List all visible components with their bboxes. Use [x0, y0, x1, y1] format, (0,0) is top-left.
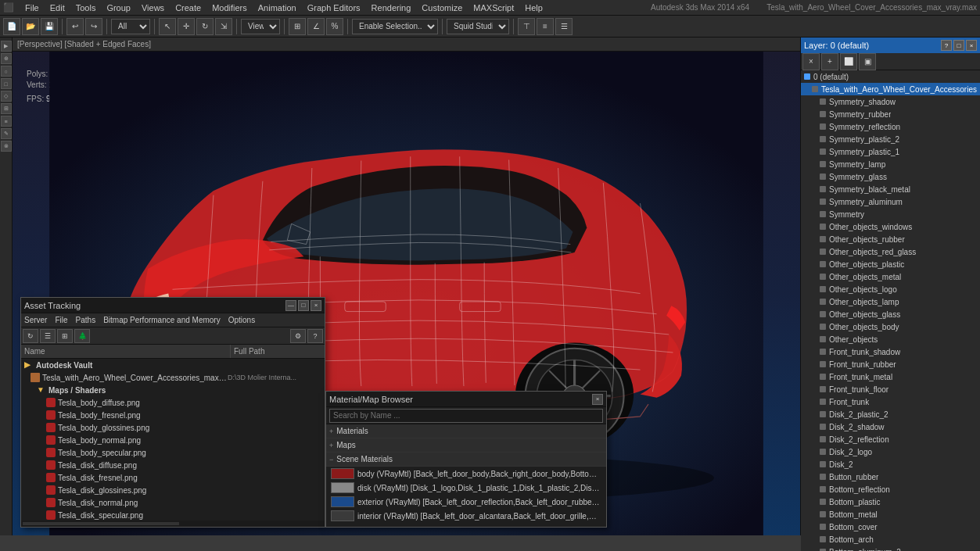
left-tool-2[interactable]: ⊕: [1, 53, 12, 64]
menu-grapheditors[interactable]: Graph Editors: [307, 3, 361, 13]
asset-maximize-btn[interactable]: □: [298, 300, 309, 311]
open-btn[interactable]: 📂: [22, 18, 39, 35]
list-item[interactable]: Tesla_body_specular.png: [21, 446, 325, 459]
scene-states-dropdown[interactable]: Squid Studio V: [447, 19, 509, 34]
layer-item-bot_cover[interactable]: Bottom_cover: [801, 521, 980, 533]
asset-refresh-btn[interactable]: ↻: [23, 329, 38, 343]
layers-delete-btn[interactable]: ×: [802, 53, 820, 70]
layer-item-sym_blackmetal[interactable]: Symmetry_black_metal: [801, 183, 980, 195]
layer-item-oo_rubber[interactable]: Other_objects_rubber: [801, 233, 980, 245]
layer-item-root[interactable]: Tesla_with_Aero_Wheel_Cover_Accessories: [801, 83, 980, 95]
viewport-canvas[interactable]: Polys: 268 767 Verts: 150 682 FPS: 99.62…: [13, 52, 800, 535]
layer-item-oo_metal[interactable]: Other_objects_metal: [801, 270, 980, 283]
menu-help[interactable]: Help: [525, 3, 543, 13]
layer-item-ft_shadow[interactable]: Front_trunk_shadow: [801, 345, 980, 358]
mat-close-btn[interactable]: ×: [592, 394, 603, 405]
layer-item-oo_other[interactable]: Other_objects: [801, 333, 980, 345]
layer-item-oo_logo[interactable]: Other_objects_logo: [801, 283, 980, 295]
viewport[interactable]: [Perspective] [Shaded + Edged Faces] Pol…: [13, 38, 800, 535]
asset-settings-btn[interactable]: ⚙: [290, 329, 306, 343]
menu-edit[interactable]: Edit: [50, 3, 65, 13]
list-item[interactable]: ▼ Maps / Shaders: [21, 384, 325, 396]
layers-list[interactable]: 0 (default)Tesla_with_Aero_Wheel_Cover_A…: [801, 70, 980, 551]
mat-section-materials[interactable]: + Materials: [326, 424, 606, 438]
material-search-input[interactable]: [329, 409, 603, 423]
asset-menu-paths[interactable]: Paths: [76, 316, 96, 324]
layer-item-bot_reflection[interactable]: Bottom_reflection: [801, 483, 980, 496]
layer-item-ft[interactable]: Front_trunk: [801, 395, 980, 408]
menu-maxscript[interactable]: MAXScript: [473, 3, 514, 13]
material-item-disk[interactable]: disk (VRayMtl) [Disk_1_logo,Disk_1_plast…: [326, 481, 606, 495]
layers-view-btn[interactable]: ⬜: [840, 53, 857, 70]
list-item[interactable]: Tesla_body_normal.png: [21, 434, 325, 446]
menu-tools[interactable]: Tools: [76, 3, 96, 13]
layer-item-oo_lamp[interactable]: Other_objects_lamp: [801, 295, 980, 308]
layer-item-d2[interactable]: Disk_2: [801, 458, 980, 470]
menu-customize[interactable]: Customize: [422, 3, 462, 13]
material-item-exterior[interactable]: exterior (VRayMtl) [Back_left_door_refle…: [326, 495, 606, 509]
layer-item-oo_glass[interactable]: Other_objects_glass: [801, 308, 980, 320]
asset-menu-file[interactable]: File: [55, 316, 67, 324]
left-tool-3[interactable]: ○: [1, 66, 12, 77]
left-tool-9[interactable]: ⊗: [1, 141, 12, 152]
scale-btn[interactable]: ⇲: [215, 18, 232, 35]
asset-list-view-btn[interactable]: ☰: [40, 329, 56, 343]
left-tool-7[interactable]: ≡: [1, 116, 12, 127]
layer-item-sym_reflection[interactable]: Symmetry_reflection: [801, 120, 980, 133]
list-item[interactable]: Tesla_disk_glossines.png: [21, 484, 325, 496]
list-item[interactable]: Tesla_with_Aero_Wheel_Cower_Accessories_…: [21, 371, 325, 384]
asset-close-btn[interactable]: ×: [311, 300, 321, 311]
new-btn[interactable]: 📄: [3, 18, 20, 35]
layer-item-bot_metal[interactable]: Bottom_metal: [801, 508, 980, 521]
menu-views[interactable]: Views: [142, 3, 164, 13]
layer-item-ft_rubber[interactable]: Front_trunk_rubber: [801, 358, 980, 370]
layer-item-oo_windows[interactable]: Other_objects_windows: [801, 220, 980, 233]
list-item[interactable]: Tesla_disk_fresnel.png: [21, 471, 325, 484]
list-item[interactable]: Tesla_body_diffuse.png: [21, 396, 325, 409]
list-item[interactable]: ▶ Autodesk Vault: [21, 359, 325, 371]
menu-create[interactable]: Create: [175, 3, 201, 13]
list-item[interactable]: Tesla_disk_normal.png: [21, 496, 325, 509]
menu-modifiers[interactable]: Modifiers: [212, 3, 247, 13]
layer-item-bot_plastic[interactable]: Bottom_plastic: [801, 496, 980, 508]
move-btn[interactable]: ✛: [178, 18, 195, 35]
menu-rendering[interactable]: Rendering: [372, 3, 411, 13]
layer-item-default[interactable]: 0 (default): [801, 70, 980, 83]
angle-snap[interactable]: ∠: [307, 18, 325, 35]
layer-item-sym_aluminum[interactable]: Symmetry_aluminum: [801, 195, 980, 208]
list-item[interactable]: Tesla_body_glossines.png: [21, 421, 325, 434]
menu-animation[interactable]: Animation: [258, 3, 296, 13]
layer-item-sym_shadow[interactable]: Symmetry_shadow: [801, 95, 980, 108]
layer-manager-btn[interactable]: ☰: [555, 18, 573, 35]
menu-file[interactable]: File: [25, 3, 39, 13]
asset-icons-view-btn[interactable]: ⊞: [57, 329, 73, 343]
undo-btn[interactable]: ↩: [66, 18, 84, 35]
layer-item-oo_redglass[interactable]: Other_objects_red_glass: [801, 245, 980, 258]
asset-menu-options[interactable]: Options: [228, 316, 255, 324]
layer-item-sym_glass[interactable]: Symmetry_glass: [801, 170, 980, 183]
layer-item-ft_floor[interactable]: Front_trunk_floor: [801, 383, 980, 395]
pct-snap[interactable]: %: [326, 18, 343, 35]
layers-maximize-btn[interactable]: □: [953, 40, 964, 51]
left-tool-8[interactable]: ✎: [1, 128, 12, 139]
layer-item-sym_lamp[interactable]: Symmetry_lamp: [801, 158, 980, 170]
mirror-btn[interactable]: ⊤: [518, 18, 535, 35]
left-tool-5[interactable]: ◇: [1, 91, 12, 102]
mat-section-scene[interactable]: − Scene Materials: [326, 453, 606, 467]
selection-type-dropdown[interactable]: Enable Selection...: [352, 19, 438, 34]
layer-item-bot_al2[interactable]: Bottom_aluminum_2: [801, 546, 980, 551]
save-btn[interactable]: 💾: [41, 18, 58, 35]
layer-item-oo_body[interactable]: Other_objects_body: [801, 320, 980, 333]
material-item-body[interactable]: body (VRayMtl) [Back_left_door_body,Back…: [326, 467, 606, 481]
material-list[interactable]: body (VRayMtl) [Back_left_door_body,Back…: [326, 467, 606, 527]
layer-item-d2_plastic2[interactable]: Disk_2_plastic_2: [801, 408, 980, 420]
menu-group[interactable]: Group: [106, 3, 131, 13]
mat-section-maps[interactable]: + Maps: [326, 438, 606, 453]
asset-minimize-btn[interactable]: —: [285, 300, 296, 311]
left-tool-6[interactable]: ⊞: [1, 103, 12, 114]
redo-btn[interactable]: ↪: [85, 18, 102, 35]
layer-item-btn_rubber[interactable]: Button_rubber: [801, 470, 980, 483]
material-item-interior[interactable]: interior (VRayMtl) [Back_left_door_alcan…: [326, 509, 606, 523]
view-dropdown[interactable]: View: [241, 19, 280, 34]
layer-item-sym_plastic2[interactable]: Symmetry_plastic_2: [801, 133, 980, 145]
